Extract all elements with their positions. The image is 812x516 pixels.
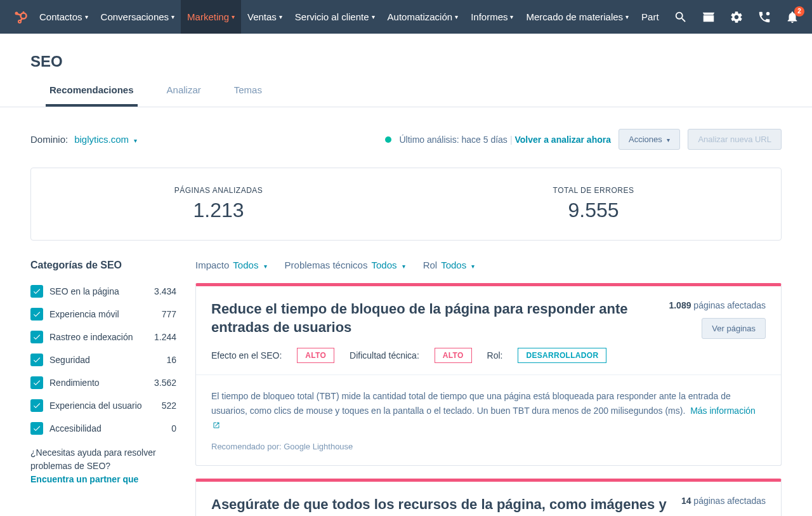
find-partner-link[interactable]: Encuentra un partner que: [30, 474, 138, 484]
category-label: Rendimiento: [49, 377, 148, 388]
checkbox-icon[interactable]: [30, 399, 43, 412]
role-tag: DESARROLLADOR: [518, 348, 606, 363]
settings-icon[interactable]: [730, 10, 743, 24]
affected-pages: 1.089 páginas afectadas: [669, 300, 766, 310]
category-label: SEO en la página: [49, 286, 148, 297]
top-nav: Contactos ▾Conversaciones ▾Marketing ▾Ve…: [0, 0, 812, 34]
actions-button[interactable]: Acciones ▾: [619, 129, 680, 150]
category-item[interactable]: Seguridad16: [30, 348, 176, 371]
svg-point-6: [766, 11, 770, 15]
help-question: ¿Necesitas ayuda para resolver problemas…: [30, 447, 156, 471]
card-title: Asegúrate de que todos los recursos de l…: [211, 496, 669, 516]
category-list: SEO en la página3.434Experiencia móvil77…: [30, 280, 176, 440]
search-icon[interactable]: [674, 10, 688, 24]
category-item[interactable]: Accesibilidad0: [30, 417, 176, 440]
tab-analizar[interactable]: Analizar: [163, 84, 205, 107]
recommendation-card: Asegúrate de que todos los recursos de l…: [195, 479, 782, 516]
checkbox-icon[interactable]: [30, 308, 43, 321]
category-item[interactable]: Rendimiento3.562: [30, 371, 176, 394]
affected-pages: 14 páginas afectadas: [681, 496, 766, 506]
recommendation-card: Reduce el tiempo de bloqueo de la página…: [195, 283, 782, 466]
category-label: Rastreo e indexación: [49, 331, 148, 343]
category-label: Accesibilidad: [49, 423, 165, 434]
reanalyze-link[interactable]: Volver a analizar ahora: [515, 135, 611, 145]
category-count: 1.244: [154, 332, 176, 342]
nav-item-automatización[interactable]: Automatización ▾: [381, 0, 465, 34]
pages-analyzed-label: PÁGINAS ANALIZADAS: [31, 186, 406, 195]
category-label: Experiencia del usuario: [49, 400, 155, 411]
category-item[interactable]: Experiencia del usuario522: [30, 394, 176, 417]
nav-item-mercado-de-materiales[interactable]: Mercado de materiales ▾: [520, 0, 635, 34]
card-title: Reduce el tiempo de bloqueo de la página…: [211, 300, 656, 336]
difficulty-tag: ALTO: [435, 348, 472, 363]
seo-effect-label: Efecto en el SEO:: [211, 350, 282, 361]
sidebar-title: Categorías de SEO: [30, 260, 176, 271]
last-scan-text: Último análisis: hace 5 días: [399, 135, 507, 145]
logo[interactable]: [8, 10, 33, 25]
difficulty-label: Dificultad técnica:: [350, 350, 419, 361]
tab-recomendaciones[interactable]: Recomendaciones: [46, 84, 138, 107]
notification-badge: 2: [794, 6, 804, 17]
tab-temas[interactable]: Temas: [230, 84, 266, 107]
nav-items: Contactos ▾Conversaciones ▾Marketing ▾Ve…: [33, 0, 665, 34]
category-count: 522: [162, 400, 176, 411]
category-count: 0: [171, 423, 176, 433]
filter-role[interactable]: Rol Todos ▾: [423, 260, 475, 270]
nav-item-part[interactable]: Part: [635, 0, 665, 34]
category-item[interactable]: Experiencia móvil777: [30, 303, 176, 326]
status-dot: [385, 136, 391, 143]
category-count: 777: [162, 309, 176, 319]
sidebar: Categorías de SEO SEO en la página3.434E…: [30, 260, 176, 516]
seo-effect-tag: ALTO: [297, 348, 334, 363]
category-label: Seguridad: [49, 354, 160, 366]
pages-analyzed-value: 1.213: [31, 199, 406, 222]
checkbox-icon[interactable]: [30, 285, 43, 298]
role-label: Rol:: [487, 350, 503, 361]
view-pages-button[interactable]: Ver páginas: [702, 318, 766, 339]
domain-label: Dominio:: [30, 134, 68, 145]
card-description: El tiempo de bloqueo total (TBT) mide la…: [211, 389, 766, 432]
total-errors-value: 9.555: [406, 199, 781, 222]
nav-item-ventas[interactable]: Ventas ▾: [241, 0, 289, 34]
notifications-icon[interactable]: 2: [785, 10, 799, 24]
checkbox-icon[interactable]: [30, 331, 43, 343]
category-count: 16: [166, 355, 176, 365]
nav-item-servicio-al-cliente[interactable]: Servicio al cliente ▾: [289, 0, 381, 34]
nav-item-contactos[interactable]: Contactos ▾: [33, 0, 95, 34]
filter-impact[interactable]: Impacto Todos ▾: [195, 260, 267, 270]
category-item[interactable]: SEO en la página3.434: [30, 280, 176, 303]
analyze-new-url-button[interactable]: Analizar nueva URL: [688, 129, 782, 150]
tabs: RecomendacionesAnalizarTemas: [0, 84, 812, 107]
category-count: 3.434: [154, 286, 176, 296]
svg-point-1: [21, 13, 27, 18]
nav-item-informes[interactable]: Informes ▾: [464, 0, 520, 34]
category-count: 3.562: [154, 378, 176, 388]
stats-panel: PÁGINAS ANALIZADAS 1.213 TOTAL DE ERRORE…: [30, 168, 782, 241]
filter-technical[interactable]: Problemas técnicos Todos ▾: [285, 260, 405, 270]
checkbox-icon[interactable]: [30, 376, 43, 389]
category-label: Experiencia móvil: [49, 308, 155, 320]
checkbox-icon[interactable]: [30, 422, 43, 435]
nav-item-marketing[interactable]: Marketing ▾: [181, 0, 241, 34]
recommended-by: Recomendado por: Google Lighthouse: [211, 442, 766, 451]
page-title: SEO: [30, 53, 782, 70]
nav-item-conversaciones[interactable]: Conversaciones ▾: [95, 0, 181, 34]
category-item[interactable]: Rastreo e indexación1.244: [30, 326, 176, 348]
phone-icon[interactable]: [757, 10, 771, 24]
external-link-icon: [213, 421, 220, 429]
marketplace-icon[interactable]: [702, 10, 716, 24]
checkbox-icon[interactable]: [30, 354, 43, 366]
domain-select[interactable]: biglytics.com ▾: [74, 134, 137, 145]
total-errors-label: TOTAL DE ERRORES: [406, 186, 781, 195]
svg-point-5: [18, 20, 21, 23]
